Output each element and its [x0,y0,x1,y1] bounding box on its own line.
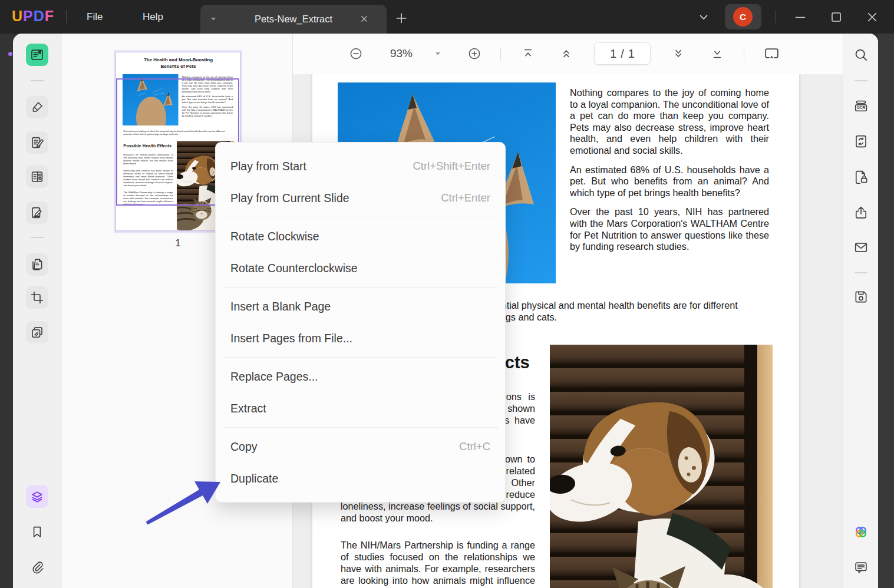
logo-letter: U [12,8,23,25]
close-button[interactable] [865,9,880,25]
sidebar-item-comment[interactable] [26,96,48,118]
menu-item-extract[interactable]: Extract [216,392,505,424]
tab-close-icon[interactable] [358,13,370,25]
sidebar-item-search[interactable] [853,47,869,62]
paragraph: Research on human-animal interactions is… [123,153,173,164]
sidebar-divider [31,80,44,81]
menu-divider [223,217,498,217]
menu-item-insert-a-blank-page[interactable]: Insert a Blank Page [216,290,505,322]
middle-paragraph: Scientists are looking at what the poten… [123,130,235,136]
go-to-first-page-button[interactable] [522,47,535,60]
toolbar-divider [500,48,501,61]
menu-item-insert-pages-from-file[interactable]: Insert Pages from File... [216,322,505,354]
right-text-column: Nothing compares to the joy of coming ho… [182,75,233,120]
sidebar-item-feedback[interactable] [853,560,869,575]
total-pages: 1 [628,47,635,61]
pages-icon [30,257,44,272]
sidebar-item-email[interactable] [853,240,869,255]
menu-help[interactable]: Help [134,0,171,34]
menu-item-label: Rotate Clockwise [230,230,490,243]
sidebar-item-crop[interactable] [26,286,48,309]
reader-view-icon [30,48,44,62]
menu-item-label: Replace Pages... [230,370,490,384]
sidebar-item-bookmark[interactable] [26,521,48,543]
menu-item-shortcut: Ctrl+Enter [441,191,490,204]
right-text-column: Nothing compares to the joy of coming ho… [570,87,769,260]
paragraph: The NIH/Mars Partnership is funding a ra… [341,539,535,588]
paragraph: Over the past 10 years, NIH has partnere… [570,206,769,252]
minimize-button[interactable] [793,9,808,25]
zoom-dropdown-caret-icon[interactable] [433,49,443,58]
new-tab-button[interactable] [394,11,409,26]
sidebar-item-stamp[interactable] [26,321,48,343]
sidebar-item-organize-pages[interactable] [26,253,48,276]
maximize-button[interactable] [829,9,844,25]
account-button[interactable]: C [725,4,761,29]
edit-page-icon [30,136,44,150]
zoom-level[interactable]: 93% [382,47,420,60]
page-number-input[interactable]: 1 / 1 [594,42,651,65]
menu-item-copy[interactable]: CopyCtrl+C [216,431,505,463]
previous-page-button[interactable] [560,47,573,60]
sidebar-item-layers[interactable] [26,485,48,508]
toolbar-divider [744,48,744,61]
sidebar-item-save[interactable] [853,289,869,305]
zoom-in-button[interactable] [467,47,481,61]
menu-item-replace-pages[interactable]: Replace Pages... [216,361,505,392]
paragraph: The NIH/Mars Partnership is funding a ra… [123,191,173,206]
cat-photo-illustration [123,74,179,125]
right-sidebar: OCR [843,34,878,588]
bookmark-icon [30,525,44,539]
sidebar-item-attachment[interactable] [26,556,48,579]
comment-icon [853,560,869,575]
layers-icon [30,490,44,504]
status-dot [8,52,12,56]
paragraph: An estimated 68% of U.S. households have… [182,95,233,104]
menu-item-rotate-clockwise[interactable]: Rotate Clockwise [216,220,505,252]
next-page-button[interactable] [672,47,685,60]
menu-file[interactable]: File [78,0,111,34]
sidebar-item-ocr[interactable]: OCR [853,98,869,114]
sidebar-item-ai-assistant[interactable] [853,524,869,540]
zoom-out-button[interactable] [349,47,363,61]
sign-icon [30,206,44,220]
dog-and-cat-photo [550,345,773,588]
menu-item-play-from-current-slide[interactable]: Play from Current SlideCtrl+Enter [216,182,505,214]
titlebar-chevron-down-icon[interactable] [696,9,711,25]
logo-letter: D [34,8,45,25]
menu-item-label: Extract [230,402,490,415]
sidebar-divider [855,272,867,273]
document-title-line2: Benefits of Pets [116,63,240,69]
sidebar-item-convert[interactable] [853,134,869,149]
sidebar-item-edit[interactable] [26,131,48,154]
titlebar-divider [66,10,67,23]
page-separator: / [621,47,624,61]
paragraph: Nothing compares to the joy of coming ho… [182,75,233,93]
go-to-last-page-button[interactable] [711,47,724,60]
menu-item-duplicate[interactable]: Duplicate [216,463,505,494]
left-sidebar [13,34,62,588]
context-menu: Play from StartCtrl+Shift+EnterPlay from… [215,142,506,503]
current-page: 1 [610,47,616,61]
menu-item-label: Insert a Blank Page [230,300,490,313]
document-tab[interactable]: Pets-New_Extract [200,5,387,34]
section-heading: Possible Health Effects [123,143,171,148]
save-icon [853,289,869,305]
sidebar-item-sign[interactable] [26,201,48,224]
ocr-icon: OCR [853,98,869,114]
left-text-column: Research on human-animal interactions is… [123,153,173,210]
logo-letter: F [45,8,54,25]
document-lock-icon [853,169,869,184]
updf-logo: UPDF [12,8,54,25]
sidebar-item-reader[interactable] [26,44,48,66]
menu-item-play-from-start[interactable]: Play from StartCtrl+Shift+Enter [216,150,505,182]
menu-divider [223,357,498,358]
sidebar-item-share[interactable] [853,205,869,220]
paperclip-icon [30,560,44,574]
sidebar-item-form[interactable] [26,166,48,188]
paragraph: Over the past 10 years, NIH has partnere… [182,106,233,118]
sidebar-divider [31,237,44,238]
menu-item-rotate-counterclockwise[interactable]: Rotate Counterclockwise [216,252,505,284]
presentation-mode-button[interactable] [764,46,780,62]
sidebar-item-protect[interactable] [853,169,869,184]
